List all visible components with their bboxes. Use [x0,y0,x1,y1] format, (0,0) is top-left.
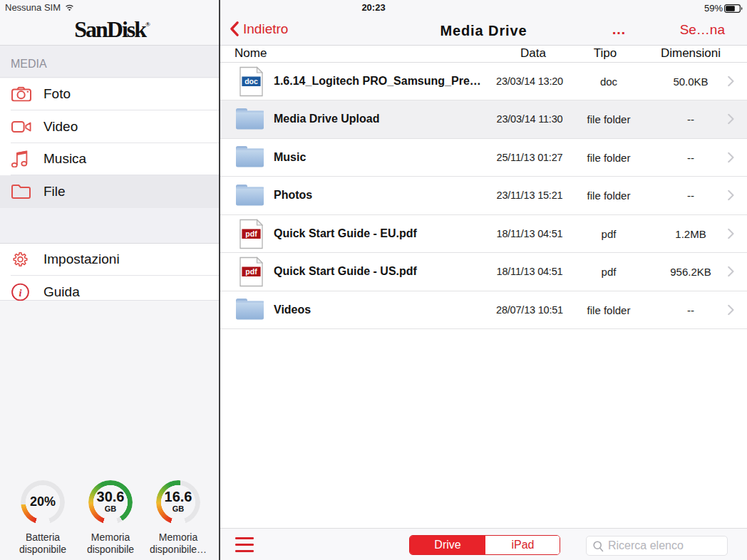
svg-text:i: i [19,286,21,298]
svg-text:doc: doc [244,77,258,85]
svg-text:pdf: pdf [245,229,257,238]
svg-text:pdf: pdf [245,267,257,276]
